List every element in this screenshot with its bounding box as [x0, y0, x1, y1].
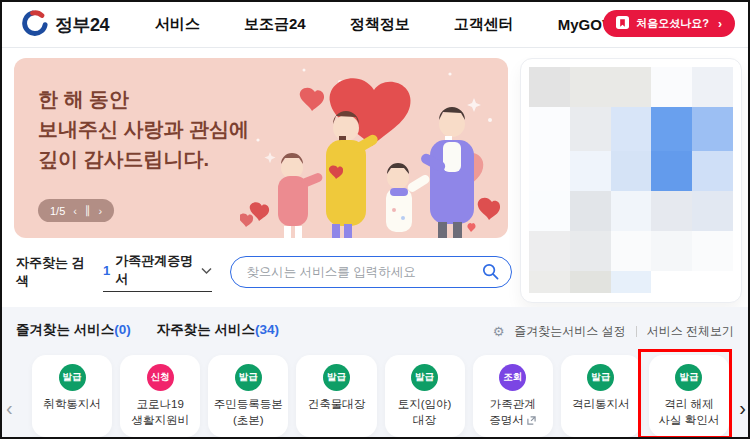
service-card-label: 건축물대장	[308, 397, 366, 413]
tab-frequent-services[interactable]: 자주찾는 서비스(34)	[157, 321, 279, 339]
mosaic-row	[529, 107, 733, 151]
service-card-label: 코로나19생활지원비	[131, 397, 189, 428]
badge-issue: 발급	[59, 364, 86, 391]
badge-apply: 신청	[147, 364, 174, 391]
cards-next-arrow[interactable]: ›	[739, 397, 746, 420]
tab-favorite-services[interactable]: 즐겨찾는 서비스(0)	[16, 321, 131, 339]
badge-issue: 발급	[323, 364, 350, 391]
service-card-quarantine-notice[interactable]: 발급격리통지서	[561, 355, 641, 437]
hot-keyword-rank: 1	[103, 263, 110, 278]
search-input[interactable]	[230, 256, 512, 288]
service-card-covid19-living-support[interactable]: 신청코로나19생활지원비	[120, 355, 200, 437]
search-box	[230, 256, 512, 288]
search-row: 자주찾는 검색 1 가족관계증명서	[2, 250, 512, 294]
badge-issue: 발급	[235, 364, 262, 391]
banner-title: 한 해 동안 보내주신 사랑과 관심에 깊이 감사드립니다.	[38, 84, 249, 174]
preview-panel-mosaic	[529, 67, 733, 293]
service-section-links: ⚙ 즐겨찾는서비스 설정 서비스 전체보기	[493, 323, 734, 340]
logo-text: 정부24	[55, 13, 109, 37]
gear-icon: ⚙	[493, 324, 505, 339]
service-cards-row: 발급취학통지서신청코로나19생활지원비발급주민등록등본(초본)발급건축물대장발급…	[32, 355, 729, 437]
service-card-land-register[interactable]: 발급토지(임야)대장	[385, 355, 465, 437]
banner-prev-button[interactable]: ‹	[73, 205, 77, 217]
page-indicator: 1/5	[50, 205, 65, 217]
gov24-logo-icon	[22, 10, 48, 40]
external-link-icon	[527, 416, 536, 425]
main-nav: 서비스보조금24정책정보고객센터MyGOV	[155, 15, 612, 34]
cards-prev-arrow[interactable]: ‹	[6, 397, 13, 420]
search-icon[interactable]	[482, 263, 499, 284]
gov24-logo[interactable]: 정부24	[22, 10, 109, 40]
service-card-label: 취학통지서	[43, 397, 101, 413]
mosaic-row	[529, 151, 733, 191]
banner-pause-button[interactable]: ∥	[85, 204, 91, 217]
frequent-search-label: 자주찾는 검색	[16, 254, 91, 290]
chevron-down-icon	[201, 261, 212, 279]
preview-panel[interactable]	[520, 58, 742, 303]
service-card-family-relation-certificate[interactable]: 조회가족관계증명서	[473, 355, 553, 437]
view-all-services-link[interactable]: 서비스 전체보기	[647, 323, 734, 340]
badge-inquiry: 조회	[499, 364, 526, 391]
gov24-portal-page: 정부24 서비스보조금24정책정보고객센터MyGOV 처음오셨나요? › 한 해…	[0, 0, 750, 439]
banner-next-button[interactable]: ›	[98, 205, 102, 217]
banner-pager: 1/5 ‹ ∥ ›	[38, 199, 114, 222]
service-card-building-register[interactable]: 발급건축물대장	[296, 355, 376, 437]
mosaic-row	[529, 231, 733, 271]
service-card-label: 격리 해제사실 확인서	[659, 397, 720, 428]
service-tabs: 즐겨찾는 서비스(0) 자주찾는 서비스(34)	[16, 321, 279, 339]
service-card-label: 격리통지서	[572, 397, 630, 413]
banner-illustration	[240, 60, 508, 238]
service-card-label: 토지(임야)대장	[398, 397, 452, 428]
hot-keyword-text: 가족관계증명서	[115, 252, 196, 288]
header: 정부24 서비스보조금24정책정보고객센터MyGOV 처음오셨나요? ›	[2, 2, 748, 48]
mosaic-row	[529, 271, 733, 293]
first-visit-label: 처음오셨나요?	[636, 16, 709, 31]
badge-issue: 발급	[587, 364, 614, 391]
favorite-services-settings-link[interactable]: 즐겨찾는서비스 설정	[514, 323, 625, 340]
badge-issue: 발급	[675, 364, 702, 391]
service-card-label: 주민등록등본(초본)	[214, 397, 283, 428]
chevron-right-icon: ›	[718, 17, 722, 31]
service-card-quarantine-release-confirmation[interactable]: 발급격리 해제사실 확인서	[649, 355, 729, 437]
nav-item-customer-center[interactable]: 고객센터	[454, 15, 514, 34]
service-card-school-entrance-notice[interactable]: 발급취학통지서	[32, 355, 112, 437]
nav-item-services[interactable]: 서비스	[155, 15, 200, 34]
service-card-resident-registration-copy[interactable]: 발급주민등록등본(초본)	[208, 355, 288, 437]
mosaic-row	[529, 67, 733, 107]
promo-banner[interactable]: 한 해 동안 보내주신 사랑과 관심에 깊이 감사드립니다. 1/5 ‹ ∥ ›	[14, 58, 508, 238]
nav-item-subsidy24[interactable]: 보조금24	[244, 15, 306, 34]
badge-issue: 발급	[411, 364, 438, 391]
hot-keyword-dropdown[interactable]: 1 가족관계증명서	[103, 252, 212, 292]
services-section: 즐겨찾는 서비스(0) 자주찾는 서비스(34) ⚙ 즐겨찾는서비스 설정 서비…	[2, 307, 748, 437]
bookmark-icon	[616, 16, 629, 31]
service-card-label: 가족관계증명서	[489, 397, 536, 428]
mosaic-row	[529, 191, 733, 231]
nav-item-policy-info[interactable]: 정책정보	[350, 15, 410, 34]
divider	[636, 326, 637, 337]
first-visit-button[interactable]: 처음오셨나요? ›	[603, 10, 735, 37]
